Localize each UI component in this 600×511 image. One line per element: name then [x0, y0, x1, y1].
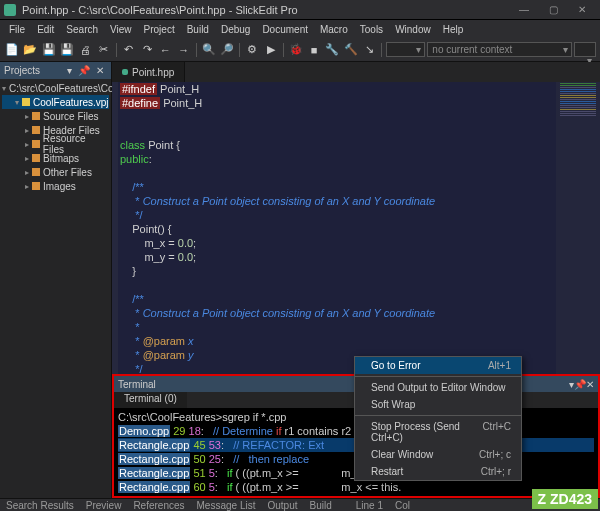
folder-icon — [32, 140, 40, 148]
folder-icon — [32, 112, 40, 120]
panel-pin-icon[interactable]: 📌 — [75, 65, 93, 76]
back-icon[interactable]: ← — [157, 41, 173, 58]
tree-folder[interactable]: ▸Images — [2, 179, 109, 193]
step-icon[interactable]: ↘ — [361, 41, 377, 58]
redo-icon[interactable]: ↷ — [139, 41, 155, 58]
context-menu-sep — [355, 415, 521, 416]
editor-tab-label: Point.hpp — [132, 67, 174, 78]
menu-macro[interactable]: Macro — [315, 22, 353, 37]
wrench-icon[interactable]: 🔨 — [343, 41, 359, 58]
menu-file[interactable]: File — [4, 22, 30, 37]
tree-folder-label: Other Files — [43, 167, 92, 178]
menu-document[interactable]: Document — [257, 22, 313, 37]
minimap[interactable] — [556, 82, 600, 374]
print-icon[interactable]: 🖨 — [77, 41, 93, 58]
find-icon[interactable]: 🔍 — [201, 41, 217, 58]
tree-folder[interactable]: ▸Other Files — [2, 165, 109, 179]
minimize-button[interactable]: — — [510, 2, 538, 18]
tree-vpj-label: CoolFeatures.vpj — [33, 97, 109, 108]
bottom-tab[interactable]: References — [127, 500, 190, 511]
context-menu-shortcut: Ctrl+C — [482, 421, 511, 443]
context-menu-item[interactable]: Go to ErrorAlt+1 — [355, 357, 521, 374]
menu-edit[interactable]: Edit — [32, 22, 59, 37]
save-icon[interactable]: 💾 — [41, 41, 57, 58]
tools-icon[interactable]: 🔧 — [324, 41, 340, 58]
undo-icon[interactable]: ↶ — [121, 41, 137, 58]
context-menu-item[interactable]: RestartCtrl+; r — [355, 463, 521, 480]
projects-header: Projects ▾ 📌 ✕ — [0, 62, 111, 79]
config-combo[interactable] — [386, 42, 425, 57]
build-icon[interactable]: ⚙ — [244, 41, 260, 58]
cut-icon[interactable]: ✂ — [95, 41, 111, 58]
status-line: Line 1 — [350, 500, 389, 511]
code-content: #ifndef Point_H #define Point_H class Po… — [120, 82, 600, 374]
tree-folder[interactable]: ▸Resource Files — [2, 137, 109, 151]
tree-folder[interactable]: ▸Source Files — [2, 109, 109, 123]
open-icon[interactable]: 📂 — [22, 41, 38, 58]
bottom-tab[interactable]: Build — [303, 500, 337, 511]
tree-folder-label: Bitmaps — [43, 153, 79, 164]
context-menu-label: Clear Window — [371, 449, 433, 460]
tree-vpj[interactable]: ▾CoolFeatures.vpj — [2, 95, 109, 109]
status-col: Col — [389, 500, 416, 511]
terminal-pin-icon[interactable]: 📌 — [574, 379, 586, 390]
new-icon[interactable]: 📄 — [4, 41, 20, 58]
context-menu-item[interactable]: Send Output to Editor Window — [355, 379, 521, 396]
toolbar-sep — [283, 43, 284, 57]
context-menu-sep — [355, 376, 521, 377]
maximize-button[interactable]: ▢ — [539, 2, 567, 18]
context-menu-label: Soft Wrap — [371, 399, 415, 410]
folder-icon — [32, 126, 40, 134]
context-combo[interactable]: no current context — [427, 42, 572, 57]
project-tree[interactable]: ▾C:\src\CoolFeatures\CoolFeatu ▾CoolFeat… — [0, 79, 111, 195]
run-icon[interactable]: ▶ — [263, 41, 279, 58]
stop-icon[interactable]: ■ — [306, 41, 322, 58]
gutter — [112, 82, 118, 374]
terminal-close-icon[interactable]: ✕ — [586, 379, 594, 390]
findnext-icon[interactable]: 🔎 — [219, 41, 235, 58]
debug-icon[interactable]: 🐞 — [288, 41, 304, 58]
window-buttons: — ▢ ✕ — [510, 2, 596, 18]
menu-help[interactable]: Help — [438, 22, 469, 37]
panel-close-icon[interactable]: ✕ — [93, 65, 107, 76]
editor-tab[interactable]: Point.hpp — [112, 62, 185, 82]
bottom-tab[interactable]: Search Results — [0, 500, 80, 511]
bottom-tab[interactable]: Preview — [80, 500, 128, 511]
fwd-icon[interactable]: → — [175, 41, 191, 58]
project-icon — [22, 98, 30, 106]
toolbar-sep — [196, 43, 197, 57]
code-editor[interactable]: #ifndef Point_H #define Point_H class Po… — [112, 82, 600, 374]
folder-icon — [32, 182, 40, 190]
file-icon — [122, 69, 128, 75]
close-button[interactable]: ✕ — [568, 2, 596, 18]
context-menu-item[interactable]: Stop Process (Send Ctrl+C)Ctrl+C — [355, 418, 521, 446]
menu-tools[interactable]: Tools — [355, 22, 388, 37]
context-menu-label: Stop Process (Send Ctrl+C) — [371, 421, 482, 443]
saveall-icon[interactable]: 💾 — [59, 41, 75, 58]
menu-window[interactable]: Window — [390, 22, 436, 37]
bottom-tabs: Search ResultsPreviewReferencesMessage L… — [0, 498, 600, 511]
context-combo2[interactable] — [574, 42, 596, 57]
tree-root[interactable]: ▾C:\src\CoolFeatures\CoolFeatu — [2, 81, 109, 95]
bottom-tab[interactable]: Output — [261, 500, 303, 511]
context-menu-item[interactable]: Clear WindowCtrl+; c — [355, 446, 521, 463]
toolbar-sep — [116, 43, 117, 57]
context-menu-label: Restart — [371, 466, 403, 477]
context-menu-item[interactable]: Soft Wrap — [355, 396, 521, 413]
window-title: Point.hpp - C:\src\CoolFeatures\Point.hp… — [22, 4, 510, 16]
context-menu: Go to ErrorAlt+1Send Output to Editor Wi… — [354, 356, 522, 481]
panel-menu-icon[interactable]: ▾ — [64, 65, 75, 76]
menu-project[interactable]: Project — [139, 22, 180, 37]
context-menu-label: Send Output to Editor Window — [371, 382, 506, 393]
editor-tabs: Point.hpp — [112, 62, 600, 82]
menu-view[interactable]: View — [105, 22, 137, 37]
terminal-tab[interactable]: Terminal (0) — [114, 392, 187, 408]
menu-debug[interactable]: Debug — [216, 22, 255, 37]
context-menu-shortcut: Ctrl+; r — [481, 466, 511, 477]
bottom-tab[interactable]: Message List — [191, 500, 262, 511]
toolbar-sep — [239, 43, 240, 57]
toolbar-sep — [381, 43, 382, 57]
folder-icon — [32, 168, 40, 176]
menu-build[interactable]: Build — [182, 22, 214, 37]
menu-search[interactable]: Search — [61, 22, 103, 37]
